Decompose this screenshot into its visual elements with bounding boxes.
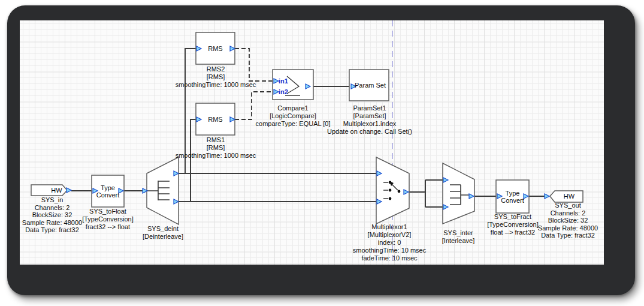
input-port-icon[interactable]	[545, 194, 549, 199]
block-label-rms1: RMS	[196, 103, 235, 135]
caption-line: RMS1	[156, 136, 276, 144]
caption-rms2: RMS2 [RMS] smoothingTime: 1000 msec	[156, 65, 276, 89]
switch-contact-3	[389, 197, 392, 200]
caption-line: smoothingTime: 1000 msec	[156, 81, 276, 89]
caption-line: SYS_out	[508, 202, 628, 209]
block-label-sys-in: HW	[31, 185, 82, 196]
caption-line: Channels: 2	[508, 209, 628, 217]
wire-mux-to-inter[interactable]	[409, 180, 443, 207]
caption-line: smoothingTime: 1000 msec	[156, 152, 276, 160]
caption-line: BlockSize: 32	[508, 217, 628, 224]
block-label-paramset1: Param Set	[350, 70, 390, 101]
caption-line: Multiplexor1.index	[310, 120, 430, 128]
caption-line: smoothingTime: 10 msec	[329, 247, 449, 254]
caption-line: ParamSet1	[310, 104, 430, 112]
caption-sys-out: SYS_out Channels: 2 BlockSize: 32 Sample…	[508, 202, 628, 239]
caption-paramset1: ParamSet1 [ParamSet] Multiplexor1.index …	[310, 104, 430, 136]
caption-line: RMS2	[156, 65, 276, 73]
switch-pivot	[398, 190, 401, 193]
block-label-rms2: RMS	[196, 32, 235, 64]
caption-line: [RMS]	[156, 144, 276, 152]
compare-in1-port-label: in1	[279, 77, 288, 85]
caption-line: Sample Rate: 48000	[508, 224, 628, 232]
caption-line: fadeTime: 10 msec	[329, 254, 449, 262]
caption-line: Data Type: fract32	[508, 232, 628, 239]
caption-line: [RMS]	[156, 73, 276, 81]
caption-line: SYS_deint	[103, 225, 223, 233]
screenshot: HW Type Convert RMS RMS Param Set Type C…	[0, 0, 644, 306]
caption-line: SYS_in	[0, 196, 112, 204]
caption-line: [TypeConversion]	[48, 215, 168, 223]
caption-rms1: RMS1 [RMS] smoothingTime: 1000 msec	[156, 136, 276, 160]
caption-line: SYS_toFloat	[48, 208, 168, 215]
caption-line: [ParamSet]	[310, 112, 430, 120]
switch-contact-2	[389, 189, 392, 192]
caption-line: Update on change. Call Set()	[310, 128, 430, 136]
caption-line: [Interleave]	[398, 237, 518, 245]
caption-sys-deint: SYS_deint [Deinterleave]	[103, 225, 223, 241]
design-canvas[interactable]: HW Type Convert RMS RMS Param Set Type C…	[20, 20, 604, 265]
compare-in2-port-label: in2	[279, 88, 288, 96]
block-label-sys-out: HW	[555, 191, 583, 202]
caption-line: [Deinterleave]	[103, 233, 223, 241]
